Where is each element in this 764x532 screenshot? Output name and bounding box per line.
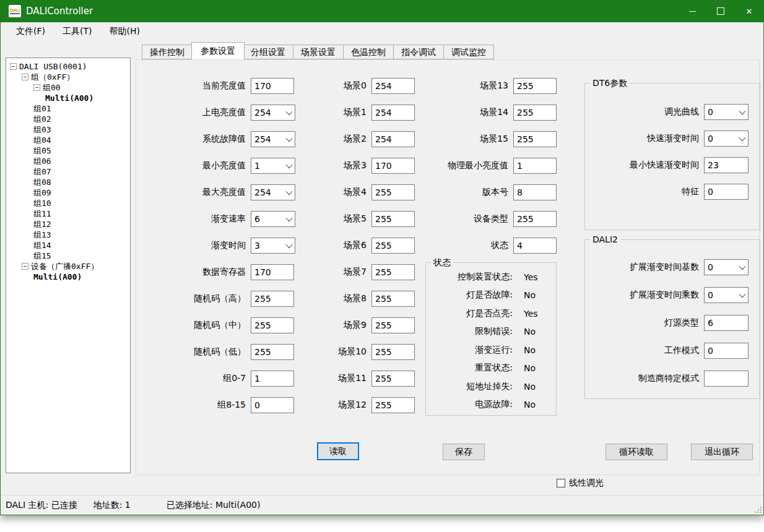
tree-node[interactable]: 组02 bbox=[6, 114, 130, 124]
minimize-icon[interactable] bbox=[678, 0, 706, 22]
min-fast-fade-time-input[interactable] bbox=[704, 157, 749, 173]
scene-5-input[interactable] bbox=[371, 211, 415, 227]
close-icon[interactable]: ✕ bbox=[735, 0, 763, 22]
tree-node[interactable]: 组13 bbox=[6, 230, 130, 240]
chevron-down-icon[interactable] bbox=[284, 185, 295, 200]
tree-node[interactable]: DALI USB(0001) bbox=[6, 61, 130, 72]
scene-1-input[interactable] bbox=[371, 105, 415, 121]
scene-11-input[interactable] bbox=[371, 371, 415, 387]
tree-collapse-icon[interactable] bbox=[33, 84, 40, 91]
chevron-down-icon[interactable] bbox=[284, 238, 295, 253]
group-8-15-input[interactable] bbox=[251, 397, 294, 413]
tab-param-settings[interactable]: 参数设置 bbox=[191, 42, 245, 59]
scene-4-input[interactable] bbox=[371, 184, 415, 200]
random-code-mid-input[interactable] bbox=[251, 317, 294, 333]
ext-fade-time-multiplier-combo[interactable]: 0 bbox=[704, 287, 749, 303]
checkbox-box-icon[interactable] bbox=[557, 479, 565, 487]
resize-grip-icon[interactable] bbox=[754, 505, 762, 513]
scene-10-input[interactable] bbox=[371, 344, 415, 360]
tab-debug-monitor[interactable]: 调试监控 bbox=[444, 45, 494, 59]
chevron-down-icon[interactable] bbox=[737, 260, 748, 275]
min-brightness-combo[interactable]: 1 bbox=[251, 158, 295, 174]
tree-node[interactable]: 组01 bbox=[6, 103, 130, 114]
tab-grouping-settings[interactable]: 分组设置 bbox=[243, 45, 293, 59]
feature-input[interactable] bbox=[704, 184, 749, 200]
menu-file[interactable]: 文件(F) bbox=[7, 24, 54, 40]
tree-node[interactable]: 组03 bbox=[6, 124, 130, 135]
operating-mode-input[interactable] bbox=[704, 343, 749, 359]
chevron-down-icon[interactable] bbox=[737, 105, 748, 119]
scene-3-input[interactable] bbox=[371, 158, 415, 174]
scene-0-input[interactable] bbox=[371, 78, 415, 94]
fade-time-combo[interactable]: 3 bbox=[251, 238, 295, 254]
tree-node[interactable]: 组12 bbox=[6, 219, 130, 230]
tree-node[interactable]: 组06 bbox=[6, 156, 130, 166]
data-register-input[interactable] bbox=[251, 264, 294, 280]
power-on-brightness-combo[interactable]: 254 bbox=[251, 105, 295, 121]
random-code-low-input[interactable] bbox=[251, 344, 294, 360]
scene-13-input[interactable] bbox=[513, 78, 557, 94]
tab-command-debug[interactable]: 指令调试 bbox=[394, 45, 444, 59]
version-number-input[interactable] bbox=[513, 184, 557, 200]
current-brightness-input[interactable] bbox=[251, 78, 294, 94]
field-row-scene-5: 场景5 bbox=[297, 205, 415, 232]
tree-node[interactable]: 组07 bbox=[6, 166, 130, 177]
menu-help[interactable]: 帮助(H) bbox=[100, 24, 148, 40]
scene-12-input[interactable] bbox=[371, 397, 415, 413]
scene-9-label: 场景9 bbox=[297, 320, 367, 331]
save-button[interactable]: 保存 bbox=[443, 444, 485, 460]
tree-node[interactable]: Multi(A00) bbox=[6, 93, 130, 103]
scene-9-input[interactable] bbox=[371, 317, 415, 333]
scene-2-input[interactable] bbox=[371, 131, 415, 147]
tree-node[interactable]: 组11 bbox=[6, 208, 130, 219]
ext-fade-time-base-combo[interactable]: 0 bbox=[704, 259, 749, 275]
menu-tools[interactable]: 工具(T) bbox=[54, 24, 100, 40]
chevron-down-icon[interactable] bbox=[284, 132, 295, 147]
tab-operation-control[interactable]: 操作控制 bbox=[142, 45, 193, 59]
manufacturer-specific-mode-input[interactable] bbox=[704, 371, 749, 387]
system-failure-value-combo[interactable]: 254 bbox=[251, 131, 295, 147]
scene-8-input[interactable] bbox=[371, 291, 415, 307]
tree-node[interactable]: 设备（广播0xFF） bbox=[6, 261, 130, 272]
chevron-down-icon[interactable] bbox=[737, 131, 748, 146]
scene-6-input[interactable] bbox=[371, 238, 415, 254]
tree-node[interactable]: Multi(A00) bbox=[6, 272, 130, 282]
scene-15-input[interactable] bbox=[513, 131, 557, 147]
tree-collapse-icon[interactable] bbox=[22, 74, 28, 80]
chevron-down-icon[interactable] bbox=[284, 158, 295, 173]
tree-collapse-icon[interactable] bbox=[10, 63, 17, 70]
tree-node[interactable]: 组09 bbox=[6, 187, 130, 198]
tree-node[interactable]: 组04 bbox=[6, 135, 130, 145]
tree-node[interactable]: 组08 bbox=[6, 177, 130, 187]
tree-node[interactable]: 组10 bbox=[6, 198, 130, 208]
exit-loop-button[interactable]: 退出循环 bbox=[691, 444, 753, 460]
tree-node[interactable]: 组（0xFF） bbox=[6, 72, 130, 82]
chevron-down-icon[interactable] bbox=[737, 288, 748, 302]
max-brightness-combo[interactable]: 254 bbox=[251, 184, 295, 200]
scene-7-input[interactable] bbox=[371, 264, 415, 280]
scene-14-input[interactable] bbox=[513, 105, 557, 121]
fast-fade-time-combo[interactable]: 0 bbox=[704, 131, 749, 147]
tree-collapse-icon[interactable] bbox=[22, 263, 28, 270]
tab-color-temp-control[interactable]: 色温控制 bbox=[344, 45, 394, 59]
field-row-current-brightness: 当前亮度值 bbox=[139, 72, 295, 99]
light-source-type-input[interactable] bbox=[704, 315, 749, 331]
tab-scene-settings[interactable]: 场景设置 bbox=[293, 45, 344, 59]
chevron-down-icon[interactable] bbox=[284, 105, 295, 120]
read-button[interactable]: 读取 bbox=[317, 442, 359, 460]
fade-rate-combo[interactable]: 6 bbox=[251, 211, 295, 227]
group-0-7-input[interactable] bbox=[251, 371, 294, 387]
maximize-icon[interactable] bbox=[706, 0, 735, 22]
device-type-input[interactable] bbox=[513, 211, 557, 227]
dimming-curve-combo[interactable]: 0 bbox=[704, 104, 749, 120]
tree-node[interactable]: 组14 bbox=[6, 240, 130, 251]
random-code-high-input[interactable] bbox=[251, 291, 294, 307]
status-value-input[interactable] bbox=[513, 238, 557, 254]
loop-read-button[interactable]: 循环读取 bbox=[606, 444, 667, 460]
tree-node[interactable]: 组05 bbox=[6, 145, 130, 156]
physical-min-brightness-input[interactable] bbox=[513, 158, 557, 174]
linear-dimming-checkbox[interactable]: 线性调光 bbox=[557, 478, 604, 489]
chevron-down-icon[interactable] bbox=[284, 212, 295, 226]
tree-node[interactable]: 组15 bbox=[6, 251, 130, 261]
tree-node[interactable]: 组00 bbox=[6, 82, 130, 93]
